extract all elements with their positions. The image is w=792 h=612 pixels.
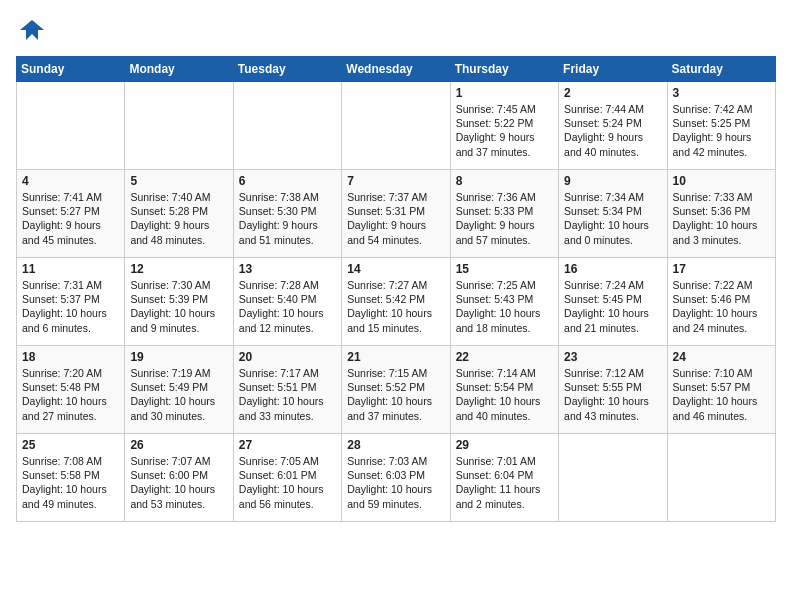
calendar-cell: [233, 82, 341, 170]
day-number: 9: [564, 174, 661, 188]
day-info: Sunrise: 7:01 AM Sunset: 6:04 PM Dayligh…: [456, 454, 553, 511]
day-header-saturday: Saturday: [667, 57, 775, 82]
day-number: 1: [456, 86, 553, 100]
day-number: 17: [673, 262, 770, 276]
day-number: 28: [347, 438, 444, 452]
calendar-cell: 6Sunrise: 7:38 AM Sunset: 5:30 PM Daylig…: [233, 170, 341, 258]
calendar-cell: 8Sunrise: 7:36 AM Sunset: 5:33 PM Daylig…: [450, 170, 558, 258]
day-info: Sunrise: 7:05 AM Sunset: 6:01 PM Dayligh…: [239, 454, 336, 511]
calendar-cell: 29Sunrise: 7:01 AM Sunset: 6:04 PM Dayli…: [450, 434, 558, 522]
day-info: Sunrise: 7:40 AM Sunset: 5:28 PM Dayligh…: [130, 190, 227, 247]
calendar-cell: [559, 434, 667, 522]
day-info: Sunrise: 7:37 AM Sunset: 5:31 PM Dayligh…: [347, 190, 444, 247]
logo-bird-icon: [18, 16, 46, 44]
day-info: Sunrise: 7:45 AM Sunset: 5:22 PM Dayligh…: [456, 102, 553, 159]
day-info: Sunrise: 7:28 AM Sunset: 5:40 PM Dayligh…: [239, 278, 336, 335]
day-number: 5: [130, 174, 227, 188]
day-info: Sunrise: 7:33 AM Sunset: 5:36 PM Dayligh…: [673, 190, 770, 247]
day-info: Sunrise: 7:25 AM Sunset: 5:43 PM Dayligh…: [456, 278, 553, 335]
day-info: Sunrise: 7:20 AM Sunset: 5:48 PM Dayligh…: [22, 366, 119, 423]
calendar-cell: 17Sunrise: 7:22 AM Sunset: 5:46 PM Dayli…: [667, 258, 775, 346]
day-number: 4: [22, 174, 119, 188]
day-info: Sunrise: 7:10 AM Sunset: 5:57 PM Dayligh…: [673, 366, 770, 423]
calendar-cell: 10Sunrise: 7:33 AM Sunset: 5:36 PM Dayli…: [667, 170, 775, 258]
day-number: 20: [239, 350, 336, 364]
calendar-cell: 18Sunrise: 7:20 AM Sunset: 5:48 PM Dayli…: [17, 346, 125, 434]
logo: [16, 16, 46, 44]
day-info: Sunrise: 7:15 AM Sunset: 5:52 PM Dayligh…: [347, 366, 444, 423]
day-info: Sunrise: 7:34 AM Sunset: 5:34 PM Dayligh…: [564, 190, 661, 247]
calendar-week-row: 1Sunrise: 7:45 AM Sunset: 5:22 PM Daylig…: [17, 82, 776, 170]
day-number: 7: [347, 174, 444, 188]
calendar-cell: 13Sunrise: 7:28 AM Sunset: 5:40 PM Dayli…: [233, 258, 341, 346]
day-number: 14: [347, 262, 444, 276]
calendar-cell: 19Sunrise: 7:19 AM Sunset: 5:49 PM Dayli…: [125, 346, 233, 434]
day-number: 26: [130, 438, 227, 452]
day-number: 10: [673, 174, 770, 188]
day-number: 24: [673, 350, 770, 364]
calendar-cell: 1Sunrise: 7:45 AM Sunset: 5:22 PM Daylig…: [450, 82, 558, 170]
day-info: Sunrise: 7:38 AM Sunset: 5:30 PM Dayligh…: [239, 190, 336, 247]
day-number: 2: [564, 86, 661, 100]
calendar-week-row: 18Sunrise: 7:20 AM Sunset: 5:48 PM Dayli…: [17, 346, 776, 434]
calendar-week-row: 25Sunrise: 7:08 AM Sunset: 5:58 PM Dayli…: [17, 434, 776, 522]
calendar-table: SundayMondayTuesdayWednesdayThursdayFrid…: [16, 56, 776, 522]
day-info: Sunrise: 7:08 AM Sunset: 5:58 PM Dayligh…: [22, 454, 119, 511]
day-number: 11: [22, 262, 119, 276]
day-info: Sunrise: 7:41 AM Sunset: 5:27 PM Dayligh…: [22, 190, 119, 247]
calendar-cell: [342, 82, 450, 170]
day-header-tuesday: Tuesday: [233, 57, 341, 82]
day-number: 21: [347, 350, 444, 364]
calendar-cell: 12Sunrise: 7:30 AM Sunset: 5:39 PM Dayli…: [125, 258, 233, 346]
day-number: 19: [130, 350, 227, 364]
calendar-cell: 27Sunrise: 7:05 AM Sunset: 6:01 PM Dayli…: [233, 434, 341, 522]
calendar-cell: 9Sunrise: 7:34 AM Sunset: 5:34 PM Daylig…: [559, 170, 667, 258]
day-number: 29: [456, 438, 553, 452]
calendar-week-row: 4Sunrise: 7:41 AM Sunset: 5:27 PM Daylig…: [17, 170, 776, 258]
day-header-thursday: Thursday: [450, 57, 558, 82]
day-info: Sunrise: 7:31 AM Sunset: 5:37 PM Dayligh…: [22, 278, 119, 335]
calendar-cell: 24Sunrise: 7:10 AM Sunset: 5:57 PM Dayli…: [667, 346, 775, 434]
day-number: 3: [673, 86, 770, 100]
calendar-cell: 2Sunrise: 7:44 AM Sunset: 5:24 PM Daylig…: [559, 82, 667, 170]
day-info: Sunrise: 7:07 AM Sunset: 6:00 PM Dayligh…: [130, 454, 227, 511]
day-header-monday: Monday: [125, 57, 233, 82]
calendar-week-row: 11Sunrise: 7:31 AM Sunset: 5:37 PM Dayli…: [17, 258, 776, 346]
day-header-friday: Friday: [559, 57, 667, 82]
day-info: Sunrise: 7:19 AM Sunset: 5:49 PM Dayligh…: [130, 366, 227, 423]
calendar-cell: 5Sunrise: 7:40 AM Sunset: 5:28 PM Daylig…: [125, 170, 233, 258]
day-number: 6: [239, 174, 336, 188]
calendar-cell: 16Sunrise: 7:24 AM Sunset: 5:45 PM Dayli…: [559, 258, 667, 346]
page-header: [16, 16, 776, 44]
day-header-wednesday: Wednesday: [342, 57, 450, 82]
day-number: 8: [456, 174, 553, 188]
day-info: Sunrise: 7:24 AM Sunset: 5:45 PM Dayligh…: [564, 278, 661, 335]
calendar-cell: 15Sunrise: 7:25 AM Sunset: 5:43 PM Dayli…: [450, 258, 558, 346]
calendar-cell: 21Sunrise: 7:15 AM Sunset: 5:52 PM Dayli…: [342, 346, 450, 434]
calendar-cell: 3Sunrise: 7:42 AM Sunset: 5:25 PM Daylig…: [667, 82, 775, 170]
svg-marker-0: [20, 20, 44, 40]
day-info: Sunrise: 7:17 AM Sunset: 5:51 PM Dayligh…: [239, 366, 336, 423]
day-info: Sunrise: 7:30 AM Sunset: 5:39 PM Dayligh…: [130, 278, 227, 335]
calendar-cell: [17, 82, 125, 170]
calendar-cell: 28Sunrise: 7:03 AM Sunset: 6:03 PM Dayli…: [342, 434, 450, 522]
calendar-cell: 22Sunrise: 7:14 AM Sunset: 5:54 PM Dayli…: [450, 346, 558, 434]
calendar-cell: 25Sunrise: 7:08 AM Sunset: 5:58 PM Dayli…: [17, 434, 125, 522]
day-info: Sunrise: 7:44 AM Sunset: 5:24 PM Dayligh…: [564, 102, 661, 159]
day-number: 27: [239, 438, 336, 452]
day-number: 23: [564, 350, 661, 364]
calendar-cell: [125, 82, 233, 170]
day-info: Sunrise: 7:36 AM Sunset: 5:33 PM Dayligh…: [456, 190, 553, 247]
day-header-sunday: Sunday: [17, 57, 125, 82]
day-number: 25: [22, 438, 119, 452]
calendar-cell: 26Sunrise: 7:07 AM Sunset: 6:00 PM Dayli…: [125, 434, 233, 522]
calendar-cell: [667, 434, 775, 522]
day-info: Sunrise: 7:03 AM Sunset: 6:03 PM Dayligh…: [347, 454, 444, 511]
day-number: 15: [456, 262, 553, 276]
day-info: Sunrise: 7:14 AM Sunset: 5:54 PM Dayligh…: [456, 366, 553, 423]
calendar-cell: 4Sunrise: 7:41 AM Sunset: 5:27 PM Daylig…: [17, 170, 125, 258]
day-number: 12: [130, 262, 227, 276]
calendar-cell: 11Sunrise: 7:31 AM Sunset: 5:37 PM Dayli…: [17, 258, 125, 346]
calendar-cell: 20Sunrise: 7:17 AM Sunset: 5:51 PM Dayli…: [233, 346, 341, 434]
day-number: 13: [239, 262, 336, 276]
